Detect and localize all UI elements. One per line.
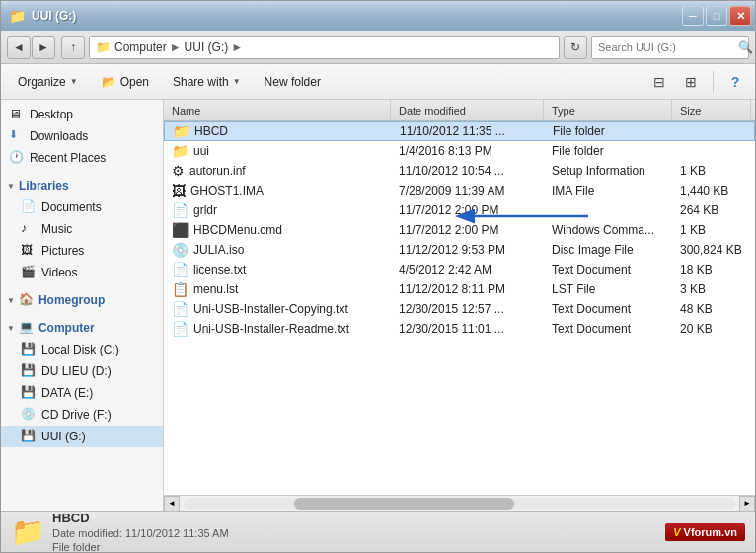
nav-item-uui[interactable]: 💾 UUI (G:): [1, 426, 163, 447]
search-box[interactable]: 🔍: [591, 36, 749, 59]
view-extra-button[interactable]: ⊞: [677, 68, 705, 96]
h-scroll-left[interactable]: ◄: [164, 496, 180, 512]
computer-header[interactable]: ▼ 💻 Computer: [1, 317, 163, 339]
file-name: HBCD: [194, 124, 228, 138]
data-icon: 💾: [21, 385, 37, 401]
file-type-icon: 📄: [172, 321, 189, 337]
up-button[interactable]: ↑: [61, 36, 85, 59]
file-cell-date: 7/28/2009 11:39 AM: [391, 181, 544, 200]
nav-item-cd-drive[interactable]: 💿 CD Drive (F:): [1, 404, 163, 426]
nav-item-downloads[interactable]: ⬇ Downloads: [1, 125, 163, 147]
content-area: Desktop ⬇ Downloads 🕐 Recent Places ▼ Li…: [1, 100, 755, 511]
file-name: menu.lst: [193, 282, 238, 296]
title-bar: 📁 UUI (G:) ─ □ ✕: [1, 1, 755, 31]
nav-item-music[interactable]: ♪ Music: [1, 218, 163, 240]
nav-item-local-disk[interactable]: 💾 Local Disk (C:): [1, 339, 163, 360]
file-name: HBCDMenu.cmd: [193, 223, 282, 237]
pictures-icon: 🖼: [21, 243, 37, 259]
title-controls: ─ □ ✕: [682, 6, 751, 26]
nav-item-data[interactable]: 💾 DATA (E:): [1, 382, 163, 404]
homegroup-triangle: ▼: [7, 296, 15, 305]
file-cell-name: 📁uui: [164, 141, 391, 161]
libraries-header[interactable]: ▼ Libraries: [1, 175, 163, 197]
status-icon: 📁: [11, 516, 42, 548]
new-folder-button[interactable]: New folder: [254, 68, 332, 96]
file-panel: Name Date modified Type Size 📁HBCD11/10: [164, 100, 755, 495]
minimize-button[interactable]: ─: [682, 6, 704, 26]
file-cell-type: Text Document: [544, 260, 672, 279]
organize-label: Organize: [18, 75, 66, 89]
column-headers: Name Date modified Type Size: [164, 100, 755, 121]
table-row[interactable]: ⚙autorun.inf11/10/2012 10:54 ...Setup In…: [164, 161, 755, 181]
forward-button[interactable]: ►: [32, 36, 55, 59]
file-cell-date: 11/10/2012 11:35 ...: [392, 122, 545, 140]
computer-icon: 💻: [19, 320, 35, 336]
vforum-label: Vforum.vn: [684, 526, 737, 538]
file-name: autorun.inf: [189, 164, 246, 178]
file-type-icon: 📄: [172, 262, 189, 277]
organize-button[interactable]: Organize ▼: [7, 68, 89, 96]
file-name: Uni-USB-Installer-Readme.txt: [193, 322, 349, 336]
path-arrow-2: ►: [231, 40, 243, 54]
table-row[interactable]: 📁HBCD11/10/2012 11:35 ...File folder: [164, 121, 755, 141]
libraries-triangle: ▼: [7, 182, 15, 191]
nav-item-videos[interactable]: 🎬 Videos: [1, 262, 163, 283]
file-type-icon: 📁: [173, 123, 189, 139]
refresh-button[interactable]: ↻: [564, 36, 587, 59]
table-row[interactable]: 📁uui1/4/2016 8:13 PMFile folder: [164, 141, 755, 161]
file-type-icon: ⚙: [172, 163, 185, 179]
file-cell-date: 11/12/2012 9:53 PM: [391, 240, 544, 260]
close-button[interactable]: ✕: [729, 6, 751, 26]
homegroup-header[interactable]: ▼ 🏠 Homegroup: [1, 289, 163, 311]
status-info: HBCD Date modified: 11/10/2012 11:35 AM …: [52, 511, 229, 553]
col-header-size[interactable]: Size: [672, 100, 751, 120]
file-cell-size: 264 KB: [672, 200, 751, 220]
view-toggle-button[interactable]: ⊟: [645, 68, 673, 96]
title-bar-left: 📁 UUI (G:): [9, 8, 76, 24]
status-bar: 📁 HBCD Date modified: 11/10/2012 11:35 A…: [1, 511, 755, 552]
nav-item-desktop[interactable]: Desktop: [1, 104, 163, 125]
table-row[interactable]: 🖼GHOST1.IMA7/28/2009 11:39 AMIMA File1,4…: [164, 181, 755, 200]
table-row[interactable]: 📄grldr11/7/2012 2:00 PM264 KB: [164, 200, 755, 220]
file-cell-size: 300,824 KB: [672, 240, 751, 260]
table-row[interactable]: 📄Uni-USB-Installer-Readme.txt12/30/2015 …: [164, 319, 755, 339]
help-button[interactable]: ?: [721, 68, 749, 96]
h-scrollbar[interactable]: ◄ ►: [164, 495, 755, 511]
file-type-icon: 🖼: [172, 183, 186, 198]
col-header-type[interactable]: Type: [544, 100, 672, 120]
status-right: V Vforum.vn: [665, 523, 745, 541]
path-segment-2: UUI (G:): [185, 40, 229, 54]
address-path[interactable]: 📁 Computer ► UUI (G:) ►: [89, 36, 560, 59]
h-scroll-thumb[interactable]: [294, 498, 515, 510]
file-cell-date: 11/10/2012 10:54 ...: [391, 161, 544, 181]
status-name: HBCD: [52, 511, 229, 525]
path-segment: Computer: [114, 40, 167, 54]
back-button[interactable]: ◄: [7, 36, 31, 59]
nav-item-recent[interactable]: 🕐 Recent Places: [1, 147, 163, 169]
du-lieu-icon: 💾: [21, 363, 37, 379]
col-header-name[interactable]: Name: [164, 100, 391, 120]
table-row[interactable]: 📄Uni-USB-Installer-Copying.txt12/30/2015…: [164, 299, 755, 319]
file-cell-name: 📄grldr: [164, 200, 391, 220]
h-scroll-track: [184, 498, 735, 510]
nav-item-du-lieu[interactable]: 💾 DU LIEU (D:): [1, 360, 163, 382]
open-button[interactable]: 📂 Open: [91, 68, 160, 96]
file-cell-size: [672, 141, 751, 161]
cd-drive-icon: 💿: [21, 407, 37, 423]
file-type-icon: 📁: [172, 143, 189, 159]
table-row[interactable]: 💿JULIA.iso11/12/2012 9:53 PMDisc Image F…: [164, 240, 755, 260]
col-header-date[interactable]: Date modified: [391, 100, 544, 120]
table-row[interactable]: 📋menu.lst11/12/2012 8:11 PMLST File3 KB: [164, 279, 755, 299]
toolbar: Organize ▼ 📂 Open Share with ▼ New folde…: [1, 64, 755, 100]
table-row[interactable]: 📄license.txt4/5/2012 2:42 AMText Documen…: [164, 260, 755, 279]
table-row[interactable]: ⬛HBCDMenu.cmd11/7/2012 2:00 PMWindows Co…: [164, 220, 755, 240]
search-input[interactable]: [598, 41, 734, 53]
h-scroll-right[interactable]: ►: [739, 496, 755, 512]
file-cell-date: 4/5/2012 2:42 AM: [391, 260, 544, 279]
share-with-button[interactable]: Share with ▼: [162, 68, 252, 96]
maximize-button[interactable]: □: [706, 6, 727, 26]
nav-item-pictures[interactable]: 🖼 Pictures: [1, 240, 163, 262]
nav-item-documents[interactable]: 📄 Documents: [1, 197, 163, 218]
recent-icon: 🕐: [9, 150, 25, 166]
file-cell-date: 11/12/2012 8:11 PM: [391, 279, 544, 299]
